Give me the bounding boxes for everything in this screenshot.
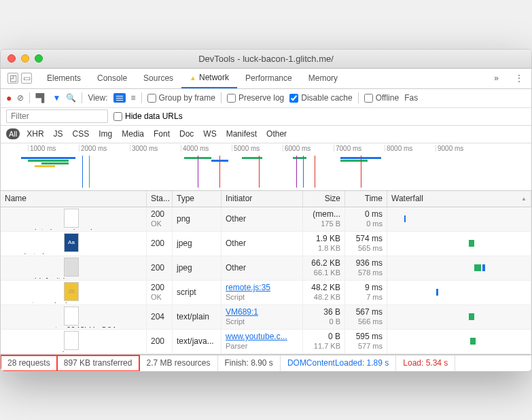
summary-bar: 28 requests 897 KB transferred 2.7 MB re…: [1, 355, 531, 371]
filter-icon[interactable]: ▼: [52, 93, 60, 103]
tab-console[interactable]: Console: [89, 69, 135, 88]
initiator-link[interactable]: remote.js:35: [226, 283, 298, 292]
col-size[interactable]: Size: [303, 191, 345, 207]
record-icon[interactable]: ●: [6, 92, 12, 103]
timeline-tick: 7000 ms: [334, 145, 361, 152]
tab-network[interactable]: ▲Network: [181, 69, 237, 88]
table-header: Name Sta... Type Initiator Size Time Wat…: [1, 191, 531, 207]
filter-media[interactable]: Media: [119, 128, 147, 140]
filter-other[interactable]: Other: [264, 128, 289, 140]
file-icon: [64, 331, 79, 350]
window-title: DevTools - luck-bacon-1.glitch.me/: [1, 54, 531, 64]
preserve-log-checkbox[interactable]: Preserve log: [227, 93, 284, 103]
filter-img[interactable]: Img: [96, 128, 115, 140]
file-icon: [64, 307, 79, 326]
table-row[interactable]: JS cast_sender.js pkedcjkdefgpdelpbcmbme…: [1, 281, 531, 305]
summary-load: Load: 5.34 s: [396, 355, 455, 371]
waterfall-cell: [387, 256, 531, 280]
filter-ws[interactable]: WS: [200, 128, 219, 140]
settings-menu-icon[interactable]: ⋮: [507, 73, 531, 83]
file-icon: Aa: [64, 233, 79, 252]
summary-dcl: DOMContentLoaded: 1.89 s: [281, 355, 396, 371]
network-toolbar: ● ⊘ ▀▌ ▼ 🔍 View: ≡ Group by frame Preser…: [1, 89, 531, 108]
clear-icon[interactable]: ⊘: [17, 93, 24, 103]
table-row[interactable]: generate_204?bHwO8A 204 text/plain VM689…: [1, 305, 531, 330]
close-icon[interactable]: [7, 54, 16, 63]
waterfall-cell: [387, 232, 531, 256]
tab-performance[interactable]: Performance: [237, 69, 300, 88]
device-toolbar-icon[interactable]: ▭: [21, 73, 32, 84]
warning-icon: ▲: [190, 74, 196, 82]
filter-manifest[interactable]: Manifest: [224, 128, 260, 140]
timeline-tick: 3000 ms: [130, 145, 158, 152]
large-rows-icon[interactable]: [113, 93, 126, 103]
timeline-tick: 9000 ms: [436, 145, 463, 152]
timeline-tick: 2000 ms: [79, 145, 107, 152]
file-icon: [64, 258, 79, 277]
initiator-link[interactable]: www.youtube.c...: [226, 332, 298, 341]
timeline-tick: 8000 ms: [385, 145, 412, 152]
timeline-tick: 1000 ms: [28, 145, 56, 152]
tab-memory[interactable]: Memory: [300, 69, 346, 88]
waterfall-cell: [387, 330, 531, 353]
type-filter-bar: All XHR JS CSS Img Media Font Doc WS Man…: [1, 126, 531, 143]
more-tabs-icon[interactable]: »: [486, 73, 507, 83]
group-by-frame-checkbox[interactable]: Group by frame: [147, 93, 215, 103]
summary-transferred: 897 KB transferred: [57, 355, 140, 371]
search-icon[interactable]: 🔍: [66, 93, 76, 103]
filter-css[interactable]: CSS: [70, 128, 92, 140]
waterfall-cell: [387, 281, 531, 304]
col-status[interactable]: Sta...: [147, 191, 173, 207]
network-table: Name Sta... Type Initiator Size Time Wat…: [1, 191, 531, 355]
table-row[interactable]: Aa photo.jpg yt3.ggpht.com/-vu_v-hJT-3Q/…: [1, 232, 531, 256]
view-label: View:: [88, 93, 107, 103]
table-row[interactable]: sw.js www.youtube.com 200 text/java... w…: [1, 330, 531, 354]
col-name[interactable]: Name: [1, 191, 147, 207]
titlebar: DevTools - luck-bacon-1.glitch.me/: [1, 50, 531, 69]
filter-js[interactable]: JS: [51, 128, 66, 140]
maximize-icon[interactable]: [35, 54, 43, 63]
traffic-lights: [7, 54, 43, 63]
waterfall-view-icon[interactable]: ≡: [131, 93, 136, 103]
panel-tabs: ◰ ▭ Elements Console Sources ▲Network Pe…: [1, 69, 531, 89]
filter-input[interactable]: [6, 109, 108, 123]
inspect-icon[interactable]: ◰: [7, 73, 18, 84]
disable-cache-checkbox[interactable]: Disable cache: [289, 93, 352, 103]
col-initiator[interactable]: Initiator: [221, 191, 303, 207]
tab-sources[interactable]: Sources: [135, 69, 181, 88]
tab-elements[interactable]: Elements: [39, 69, 89, 88]
file-icon: [64, 209, 79, 228]
waterfall-cell: [387, 207, 531, 231]
timeline-tick: 4000 ms: [181, 145, 209, 152]
summary-requests: 28 requests: [1, 355, 57, 371]
summary-finish: Finish: 8.90 s: [218, 355, 281, 371]
waterfall-cell: [387, 305, 531, 329]
timeline-overview[interactable]: 1000 ms2000 ms3000 ms4000 ms5000 ms6000 …: [1, 143, 531, 191]
filter-font[interactable]: Font: [151, 128, 173, 140]
col-type[interactable]: Type: [173, 191, 221, 207]
hide-data-urls-checkbox[interactable]: Hide data URLs: [113, 111, 183, 121]
summary-resources: 2.7 MB resources: [139, 355, 217, 371]
col-time[interactable]: Time: [345, 191, 387, 207]
filter-all[interactable]: All: [6, 128, 20, 139]
timeline-tick: 5000 ms: [232, 145, 260, 152]
camera-icon[interactable]: ▀▌: [35, 93, 47, 103]
offline-checkbox[interactable]: Offline: [364, 93, 399, 103]
filter-doc[interactable]: Doc: [177, 128, 196, 140]
minimize-icon[interactable]: [21, 54, 29, 63]
table-row[interactable]: sddefault.jpg i.ytimg.com/vi/6lfaiXM6waw…: [1, 256, 531, 281]
throttling-dropdown[interactable]: Fas: [404, 93, 418, 103]
filter-bar: Hide data URLs: [1, 108, 531, 126]
devtools-window: DevTools - luck-bacon-1.glitch.me/ ◰ ▭ E…: [0, 49, 532, 372]
gear-icon: [43, 350, 50, 352]
initiator-link[interactable]: VM689:1: [226, 307, 298, 317]
table-row[interactable]: data:image/png;base... 200OK png Other (…: [1, 207, 531, 232]
file-icon: JS: [64, 282, 79, 301]
filter-xhr[interactable]: XHR: [24, 128, 46, 140]
timeline-tick: 6000 ms: [283, 145, 311, 152]
col-waterfall[interactable]: Waterfall▲: [387, 191, 531, 207]
